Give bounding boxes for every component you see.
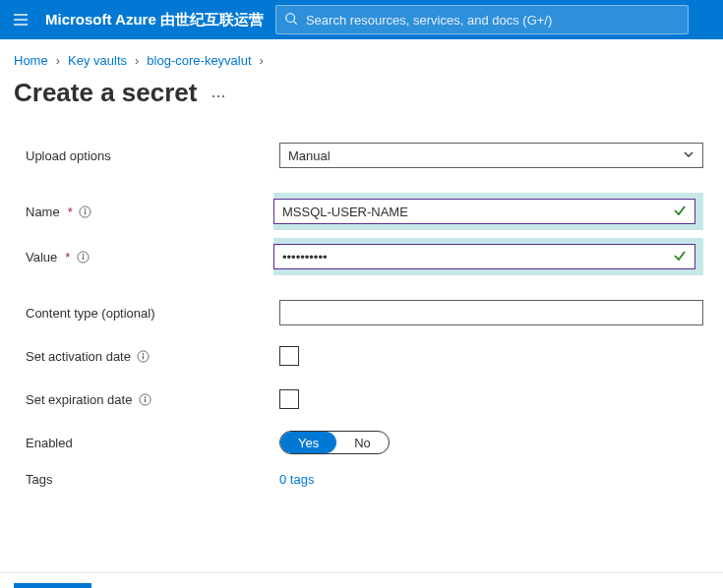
chevron-right-icon: › (56, 53, 60, 68)
top-bar: Microsoft Azure 由世纪互联运营 (0, 0, 723, 39)
svg-rect-13 (143, 355, 144, 359)
tags-label: Tags (26, 472, 279, 487)
breadcrumb-keyvaults[interactable]: Key vaults (68, 53, 127, 68)
name-input[interactable]: MSSQL-USER-NAME (273, 199, 695, 224)
svg-point-12 (143, 353, 145, 355)
enabled-yes[interactable]: Yes (280, 432, 336, 453)
content-type-input[interactable] (279, 300, 703, 325)
tags-link[interactable]: 0 tags (279, 472, 314, 487)
value-input[interactable]: •••••••••• (273, 244, 695, 269)
chevron-down-icon (683, 148, 694, 163)
info-icon[interactable] (137, 349, 151, 363)
svg-rect-10 (83, 256, 84, 260)
search-icon (284, 12, 298, 29)
brand-title[interactable]: Microsoft Azure 由世纪互联运营 (45, 11, 264, 29)
breadcrumb: Home › Key vaults › blog-core-keyvalut › (0, 39, 723, 76)
svg-line-4 (294, 21, 297, 24)
expiration-checkbox[interactable] (279, 389, 299, 409)
svg-point-6 (85, 208, 87, 210)
svg-point-15 (145, 396, 147, 398)
enabled-no[interactable]: No (336, 432, 389, 453)
create-button[interactable]: Create (14, 583, 91, 588)
svg-rect-7 (85, 210, 86, 214)
breadcrumb-home[interactable]: Home (14, 53, 48, 68)
footer: Create (0, 572, 723, 588)
check-icon (673, 204, 687, 220)
name-label: Name* (26, 205, 279, 219)
menu-icon[interactable] (8, 7, 33, 32)
upload-options-select[interactable]: Manual (279, 143, 703, 168)
check-icon (673, 249, 687, 265)
title-row: Create a secret ··· (0, 76, 723, 128)
global-search[interactable] (275, 5, 689, 34)
chevron-right-icon: › (260, 53, 264, 68)
info-icon[interactable] (138, 392, 151, 406)
more-icon[interactable]: ··· (211, 80, 225, 106)
svg-point-9 (83, 254, 85, 256)
activation-label: Set activation date (26, 349, 279, 364)
breadcrumb-resource[interactable]: blog-core-keyvalut (147, 53, 251, 68)
svg-point-3 (286, 13, 295, 22)
enabled-label: Enabled (26, 436, 279, 450)
chevron-right-icon: › (135, 53, 139, 68)
page-title: Create a secret (14, 78, 197, 108)
activation-checkbox[interactable] (279, 346, 299, 366)
form: Upload options Manual Name* MSSQL-USER-N… (0, 128, 723, 503)
content-type-label: Content type (optional) (26, 306, 279, 321)
enabled-toggle[interactable]: Yes No (279, 431, 390, 454)
svg-rect-16 (145, 398, 146, 402)
search-input[interactable] (306, 13, 680, 28)
name-value: MSSQL-USER-NAME (282, 205, 408, 219)
expiration-label: Set expiration date (26, 392, 279, 407)
value-masked: •••••••••• (282, 250, 328, 265)
info-icon[interactable] (76, 250, 90, 264)
value-label: Value* (26, 250, 279, 265)
upload-options-value: Manual (288, 148, 331, 163)
upload-options-label: Upload options (26, 148, 279, 163)
info-icon[interactable] (79, 205, 92, 218)
